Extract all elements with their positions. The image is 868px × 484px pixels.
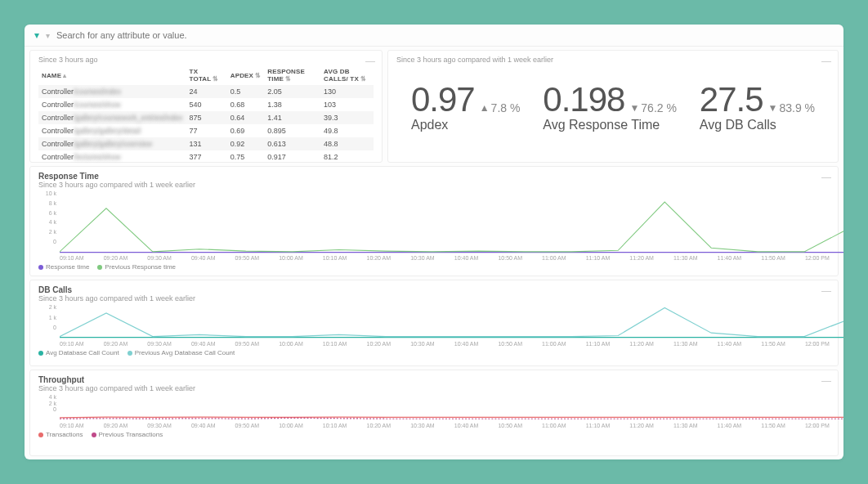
chart-subtitle: Since 3 hours ago compared with 1 week e… [38, 181, 830, 189]
table-header-rt[interactable]: RESPONSE TIME⇅ [264, 65, 320, 85]
filter-icon[interactable]: ▾ [34, 29, 39, 41]
table-subtitle: Since 3 hours ago [38, 56, 374, 64]
metric-avg-db: 27.5 ▼83.9 % Avg DB Calls [700, 80, 815, 132]
table-header-tx[interactable]: TX TOTAL⇅ [186, 65, 227, 85]
kpi-card: Since 3 hours ago compared with 1 week e… [387, 50, 839, 163]
sort-icon[interactable]: ⇅ [285, 75, 291, 83]
table-row[interactable]: Controller/courses/index240.52.05130 [38, 85, 374, 98]
metric-label: Apdex [411, 118, 520, 132]
metric-apdex: 0.97 ▲7.8 % Apdex [411, 80, 520, 132]
triangle-down-icon: ▼ [768, 102, 778, 114]
chart-title: Throughput [38, 375, 830, 384]
db-calls-chart-card: — DB Calls Since 3 hours ago compared wi… [29, 280, 839, 366]
transactions-table-card: Since 3 hours ago — NAME▴ TX TOTAL⇅ APDE… [29, 50, 383, 163]
table-row[interactable]: Controller/courses/show5400.681.38103 [38, 98, 374, 111]
legend-dot-icon [97, 265, 102, 270]
kpi-subtitle: Since 3 hours ago compared with 1 week e… [396, 56, 553, 64]
dashboard-panel: ▾ ▾ Since 3 hours ago — NAME▴ TX TOTAL⇅ … [25, 25, 843, 459]
card-collapse-icon[interactable]: — [821, 56, 831, 67]
legend-dot-icon [38, 432, 43, 437]
sort-icon[interactable]: ⇅ [213, 75, 218, 83]
transactions-table: NAME▴ TX TOTAL⇅ APDEX⇅ RESPONSE TIME⇅ AV… [38, 65, 374, 164]
metric-label: Avg Response Time [543, 118, 677, 132]
chart-title: Response Time [38, 172, 830, 181]
metric-value: 0.198 [543, 80, 624, 119]
search-input[interactable] [56, 30, 834, 40]
metric-label: Avg DB Calls [700, 118, 815, 132]
card-collapse-icon[interactable]: — [821, 172, 831, 183]
chart-legend: Response time Previous Response time [38, 263, 830, 271]
table-row[interactable]: Controller/gallery/gallery/detail770.690… [38, 124, 374, 137]
metric-value: 27.5 [700, 80, 763, 119]
sort-icon[interactable]: ▴ [63, 72, 66, 79]
sort-icon[interactable]: ⇅ [360, 75, 366, 83]
table-row[interactable]: Controller/lectures/show3770.750.91781.2 [38, 150, 374, 164]
chart-subtitle: Since 3 hours ago compared with 1 week e… [38, 294, 830, 302]
dashboard-content: Since 3 hours ago — NAME▴ TX TOTAL⇅ APDE… [25, 47, 843, 459]
table-header-db[interactable]: AVG DB CALLS/ TX⇅ [320, 65, 374, 85]
card-collapse-icon[interactable]: — [821, 285, 831, 297]
card-collapse-icon[interactable]: — [365, 56, 375, 67]
chart-subtitle: Since 3 hours ago compared with 1 week e… [38, 384, 830, 392]
sort-icon[interactable]: ⇅ [255, 72, 261, 79]
triangle-down-icon: ▼ [629, 102, 639, 114]
legend-dot-icon [92, 432, 96, 437]
chart-legend: Transactions Previous Transactions [38, 431, 830, 438]
legend-dot-icon [128, 351, 132, 356]
chart-plot-area: 10 k8 k6 k4 k2 k0 [38, 190, 830, 254]
table-row[interactable]: Controller/gallery/coursework_entries/in… [38, 111, 374, 124]
search-bar: ▾ ▾ [25, 25, 843, 47]
throughput-chart-card: — Throughput Since 3 hours ago compared … [29, 370, 839, 456]
table-row[interactable]: Controller/gallery/gallery/overview1310.… [38, 137, 374, 150]
legend-dot-icon [38, 265, 43, 270]
response-time-chart-card: — Response Time Since 3 hours ago compar… [29, 166, 839, 276]
card-collapse-icon[interactable]: — [821, 375, 831, 387]
chart-plot-area: 2 k1 k0 [38, 304, 830, 340]
chart-plot-area: 4 k2 k0 [38, 394, 830, 422]
table-header-name[interactable]: NAME▴ [38, 65, 186, 85]
metric-avg-rt: 0.198 ▼76.2 % Avg Response Time [543, 80, 677, 132]
metric-value: 0.97 [411, 80, 475, 119]
triangle-up-icon: ▲ [480, 102, 490, 114]
chart-legend: Avg Database Call Count Previous Avg Dat… [38, 349, 830, 356]
chevron-down-icon[interactable]: ▾ [46, 31, 50, 40]
legend-dot-icon [38, 351, 43, 356]
table-header-apdex[interactable]: APDEX⇅ [227, 65, 265, 85]
chart-title: DB Calls [38, 285, 830, 294]
